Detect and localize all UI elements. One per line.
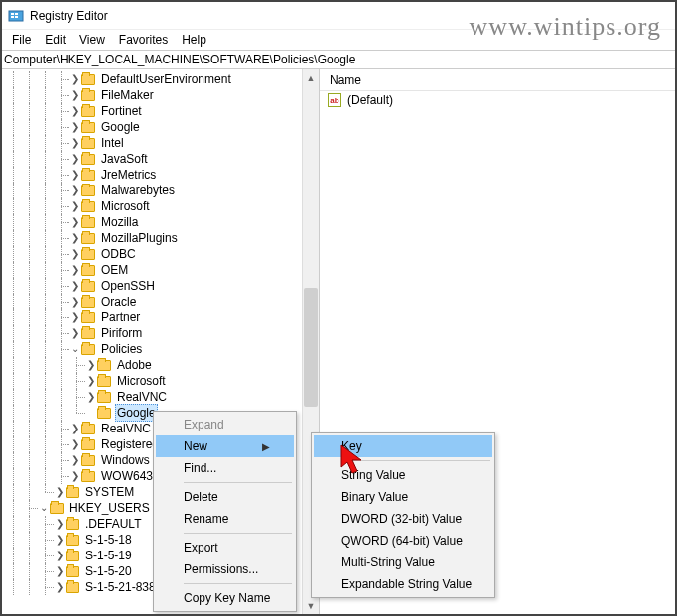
chevron-right-icon[interactable]: ❯ [69, 262, 81, 278]
tree-item[interactable]: ❯JavaSoft [6, 151, 319, 167]
chevron-right-icon[interactable]: ❯ [69, 278, 81, 294]
folder-icon [81, 424, 95, 434]
menu-bar: File Edit View Favorites Help [2, 30, 675, 50]
chevron-right-icon[interactable]: ❯ [69, 309, 81, 325]
cm-rename[interactable]: Rename [156, 508, 294, 530]
chevron-right-icon[interactable]: ❯ [69, 325, 81, 341]
chevron-right-icon[interactable]: ❯ [54, 548, 66, 563]
chevron-right-icon[interactable]: ❯ [69, 468, 81, 484]
tree-item[interactable]: ❯FileMaker [6, 87, 319, 103]
scroll-thumb[interactable] [304, 288, 318, 407]
list-row-default[interactable]: ab (Default) [320, 91, 675, 109]
scroll-up-icon[interactable]: ▲ [303, 69, 319, 86]
cm-new-dword[interactable]: DWORD (32-bit) Value [314, 508, 492, 530]
chevron-right-icon[interactable]: ❯ [54, 563, 66, 579]
tree-item[interactable]: ❯MozillaPlugins [6, 230, 319, 246]
list-header-name[interactable]: Name [320, 69, 675, 91]
tree-item[interactable]: ⌄Policies [6, 341, 319, 357]
tree-item[interactable]: ❯Intel [6, 135, 319, 151]
cm-new-multistring[interactable]: Multi-String Value [314, 552, 492, 573]
regedit-icon [8, 8, 24, 24]
cm-new-key[interactable]: Key [314, 435, 492, 457]
chevron-right-icon[interactable]: ❯ [69, 452, 81, 468]
chevron-right-icon[interactable]: ❯ [69, 230, 81, 246]
chevron-right-icon[interactable]: ❯ [69, 436, 81, 452]
cm-separator [184, 482, 292, 483]
tree-item[interactable]: ❯Oracle [6, 294, 319, 309]
cm-new-expstring[interactable]: Expandable String Value [314, 573, 492, 595]
cm-new-binary[interactable]: Binary Value [314, 486, 492, 508]
tree-item[interactable]: ❯DefaultUserEnvironment [6, 71, 319, 87]
menu-favorites[interactable]: Favorites [113, 31, 174, 49]
tree-item[interactable]: ❯Microsoft [6, 373, 319, 389]
tree-item-label: Registered [99, 436, 161, 452]
folder-icon [97, 408, 111, 419]
cm-new-string[interactable]: String Value [314, 464, 492, 486]
menu-view[interactable]: View [73, 31, 111, 49]
context-menu[interactable]: Expand New▶ Find... Delete Rename Export… [153, 411, 297, 612]
menu-help[interactable]: Help [176, 31, 212, 49]
cm-export[interactable]: Export [156, 537, 294, 558]
chevron-right-icon[interactable]: ❯ [85, 389, 97, 405]
chevron-right-icon[interactable]: ❯ [69, 421, 81, 436]
menu-edit[interactable]: Edit [39, 31, 71, 49]
tree-item[interactable]: ❯Microsoft [6, 198, 319, 214]
tree-item[interactable]: ❯OpenSSH [6, 278, 319, 294]
tree-item[interactable]: ❯Google [6, 119, 319, 135]
menu-file[interactable]: File [6, 31, 37, 49]
chevron-right-icon[interactable]: ❯ [69, 246, 81, 262]
tree-item-label: Intel [99, 135, 126, 151]
chevron-right-icon[interactable]: ❯ [69, 151, 81, 167]
tree-item-label: S-1-5-18 [83, 532, 134, 548]
cm-permissions[interactable]: Permissions... [156, 558, 294, 580]
tree-item[interactable]: ❯Piriform [6, 325, 319, 341]
chevron-right-icon[interactable]: ❯ [85, 373, 97, 389]
scroll-down-icon[interactable]: ▼ [303, 597, 319, 614]
tree-item-label: JavaSoft [99, 151, 150, 167]
chevron-right-icon[interactable]: ❯ [85, 357, 97, 373]
chevron-right-icon[interactable]: ❯ [54, 484, 66, 500]
chevron-right-icon[interactable]: ❯ [69, 87, 81, 103]
address-bar[interactable]: Computer\HKEY_LOCAL_MACHINE\SOFTWARE\Pol… [2, 50, 675, 69]
cm-expand[interactable]: Expand [156, 414, 294, 435]
chevron-right-icon[interactable]: ❯ [69, 119, 81, 135]
folder-icon [66, 519, 79, 530]
chevron-right-icon[interactable]: ❯ [69, 103, 81, 119]
cm-new-qword[interactable]: QWORD (64-bit) Value [314, 530, 492, 552]
tree-item[interactable]: ❯Fortinet [6, 103, 319, 119]
cm-copy-key-name[interactable]: Copy Key Name [156, 587, 294, 609]
tree-item-label: Google [115, 404, 158, 422]
tree-item-label: Partner [99, 309, 142, 325]
tree-item[interactable]: ❯Malwarebytes [6, 183, 319, 198]
chevron-right-icon[interactable]: ❯ [54, 579, 66, 595]
tree-item[interactable]: ❯JreMetrics [6, 167, 319, 183]
tree-item-label: HKEY_USERS [68, 500, 152, 516]
chevron-right-icon[interactable]: ❯ [69, 294, 81, 309]
title-bar: Registry Editor [2, 2, 675, 30]
tree-item-label: RealVNC [99, 421, 153, 436]
chevron-down-icon[interactable]: ⌄ [69, 341, 81, 357]
tree-item-label: S-1-5-19 [83, 548, 134, 563]
chevron-right-icon[interactable]: ❯ [69, 135, 81, 151]
chevron-right-icon[interactable]: ❯ [69, 198, 81, 214]
chevron-right-icon[interactable]: ❯ [54, 532, 66, 548]
chevron-right-icon[interactable]: ❯ [69, 214, 81, 230]
tree-item[interactable]: ❯OEM [6, 262, 319, 278]
chevron-down-icon[interactable]: ⌄ [38, 500, 50, 516]
cm-delete[interactable]: Delete [156, 486, 294, 508]
chevron-right-icon[interactable]: ❯ [69, 167, 81, 183]
context-submenu-new[interactable]: Key String Value Binary Value DWORD (32-… [311, 432, 495, 598]
svg-rect-2 [11, 16, 14, 18]
tree-item[interactable]: ❯Adobe [6, 357, 319, 373]
cm-find[interactable]: Find... [156, 457, 294, 479]
tree-item[interactable]: ❯ODBC [6, 246, 319, 262]
chevron-right-icon[interactable]: ❯ [69, 71, 81, 87]
tree-item-label: Oracle [99, 294, 138, 309]
tree-item[interactable]: ❯Partner [6, 309, 319, 325]
cm-new[interactable]: New▶ [156, 435, 294, 457]
folder-icon [81, 185, 95, 196]
chevron-right-icon[interactable]: ❯ [54, 516, 66, 532]
tree-item[interactable]: ❯RealVNC [6, 389, 319, 405]
chevron-right-icon[interactable]: ❯ [69, 183, 81, 198]
tree-item[interactable]: ❯Mozilla [6, 214, 319, 230]
